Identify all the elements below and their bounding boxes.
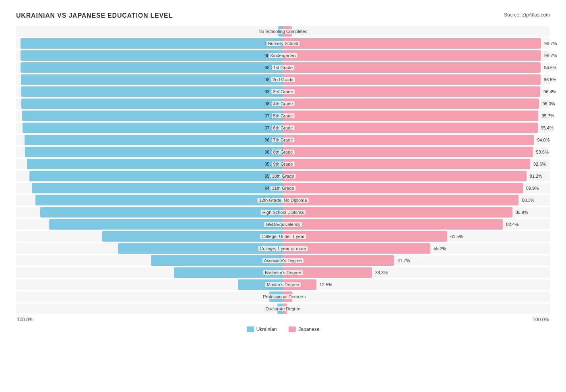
- legend-color-japanese: [289, 326, 296, 332]
- row-inner: 49.4%41.7%Associate's Degree: [16, 255, 550, 266]
- row-inner: 98.0%96.0%4th Grade: [16, 99, 550, 109]
- row-label: No Schooling Completed: [257, 29, 309, 34]
- legend-color-ukrainian: [247, 326, 254, 332]
- chart-row: 49.4%41.7%Associate's Degree: [16, 255, 550, 266]
- row-label: College, Under 1 year: [260, 234, 306, 239]
- value-right: 96.7%: [544, 41, 557, 46]
- chart-row: 95.9%92.6%9th Grade: [16, 158, 550, 170]
- bar-japanese: [283, 74, 541, 85]
- chart-row: 96.7%93.6%8th Grade: [16, 146, 550, 158]
- bar-japanese: [283, 207, 512, 218]
- value-right: 89.9%: [526, 186, 539, 191]
- row-inner: 94.0%89.9%11th Grade: [16, 183, 550, 193]
- value-right: 96.5%: [544, 77, 556, 82]
- row-inner: 95.0%91.2%10th Grade: [16, 171, 550, 181]
- row-inner: 98.3%96.6%1st Grade: [16, 62, 550, 73]
- bar-ukrainian: [21, 62, 283, 73]
- row-label: 2nd Grade: [271, 77, 295, 82]
- value-right: 55.2%: [434, 246, 446, 251]
- row-inner: 61.8%55.2%College, 1 year or more: [16, 243, 550, 254]
- row-inner: 1.8%3.3%No Schooling Completed: [16, 26, 550, 37]
- bottom-label-right: 100.0%: [533, 317, 549, 322]
- value-right: 94.0%: [537, 138, 549, 142]
- row-label: 12th Grade, No Diploma: [258, 198, 309, 203]
- row-inner: 40.9%33.3%Bachelor's Degree: [16, 267, 550, 278]
- bar-japanese: [283, 183, 523, 193]
- bar-japanese: [283, 50, 541, 61]
- bar-japanese: [283, 135, 534, 145]
- bar-ukrainian: [25, 135, 283, 145]
- row-label: Kindergarten: [269, 53, 297, 58]
- row-label: Doctorate Degree: [264, 306, 302, 311]
- bar-japanese: [283, 62, 541, 73]
- bar-ukrainian: [49, 219, 283, 230]
- row-inner: 87.7%82.4%GED/Equivalency: [16, 219, 550, 230]
- legend-ukrainian: Ukrainian: [247, 326, 277, 332]
- row-inner: 97.8%95.7%5th Grade: [16, 111, 550, 121]
- bar-ukrainian: [21, 74, 283, 85]
- row-inner: 95.9%92.6%9th Grade: [16, 159, 550, 169]
- bottom-label-left: 100.0%: [17, 317, 33, 322]
- bar-ukrainian: [21, 99, 283, 109]
- bar-ukrainian: [27, 159, 283, 169]
- bar-japanese: [283, 159, 530, 169]
- chart-row: 98.1%96.4%3rd Grade: [16, 86, 550, 97]
- value-right: 95.7%: [541, 113, 554, 118]
- chart-row: 96.9%94.0%7th Grade: [16, 134, 550, 146]
- row-inner: 67.7%61.5%College, Under 1 year: [16, 231, 550, 242]
- value-right: 85.9%: [515, 210, 528, 215]
- value-right: 82.4%: [506, 222, 518, 227]
- bar-ukrainian: [40, 207, 283, 218]
- bar-ukrainian: [21, 50, 283, 61]
- row-label: 4th Grade: [272, 101, 295, 106]
- bar-japanese: [283, 147, 533, 157]
- legend-label-ukrainian: Ukrainian: [256, 326, 277, 332]
- chart-source: Source: ZipAtlas.com: [504, 12, 550, 18]
- row-label: 6th Grade: [272, 125, 295, 130]
- row-inner: 97.6%95.4%6th Grade: [16, 123, 550, 133]
- bar-japanese: [283, 171, 527, 181]
- chart-row: 5.1%3.5%Professional Degree: [16, 291, 550, 302]
- row-inner: 5.1%3.5%Professional Degree: [16, 291, 550, 302]
- row-label: High School Diploma: [261, 210, 306, 215]
- chart-row: 97.8%95.7%5th Grade: [16, 110, 550, 121]
- row-inner: 98.1%96.4%3rd Grade: [16, 86, 550, 97]
- bar-ukrainian: [21, 86, 283, 97]
- row-label: 5th Grade: [272, 113, 295, 118]
- row-label: 1st Grade: [272, 65, 294, 70]
- row-inner: 16.9%12.5%Master's Degree: [16, 279, 550, 290]
- row-label: 11th Grade: [270, 186, 295, 191]
- value-right: 95.4%: [541, 125, 553, 130]
- bar-ukrainian: [35, 195, 283, 205]
- value-right: 96.6%: [544, 65, 556, 70]
- chart-row: 92.7%88.3%12th Grade, No Diploma: [16, 195, 550, 206]
- bar-japanese: [283, 86, 540, 97]
- row-inner: 91.0%85.9%High School Diploma: [16, 207, 550, 218]
- row-label: Bachelor's Degree: [263, 270, 303, 275]
- bar-ukrainian: [29, 171, 283, 181]
- chart-title: UKRAINIAN VS JAPANESE EDUCATION LEVEL: [16, 12, 173, 19]
- row-label: GED/Equivalency: [264, 222, 302, 227]
- bar-japanese: [283, 99, 539, 109]
- value-right: 12.5%: [320, 282, 332, 287]
- bottom-labels: 100.0% 100.0%: [16, 317, 550, 322]
- row-label: College, 1 year or more: [258, 246, 308, 251]
- bar-ukrainian: [22, 111, 283, 121]
- chart-row: 98.3%96.6%1st Grade: [16, 62, 550, 73]
- value-right: 96.7%: [544, 53, 557, 58]
- chart-row: 95.0%91.2%10th Grade: [16, 170, 550, 182]
- legend-japanese: Japanese: [289, 326, 319, 332]
- row-label: 9th Grade: [272, 162, 295, 166]
- row-inner: 98.2%96.5%2nd Grade: [16, 74, 550, 85]
- chart-row: 1.8%3.3%No Schooling Completed: [16, 26, 550, 37]
- chart-row: 94.0%89.9%11th Grade: [16, 183, 550, 194]
- bar-japanese: [283, 231, 447, 242]
- value-right: 41.7%: [397, 258, 410, 263]
- row-label: 10th Grade: [270, 174, 295, 179]
- bar-japanese: [283, 111, 538, 121]
- bar-ukrainian: [23, 123, 283, 133]
- bar-japanese: [283, 195, 518, 205]
- chart-row: 87.7%82.4%GED/Equivalency: [16, 219, 550, 230]
- chart-row: 67.7%61.5%College, Under 1 year: [16, 231, 550, 242]
- row-label: 7th Grade: [272, 138, 295, 142]
